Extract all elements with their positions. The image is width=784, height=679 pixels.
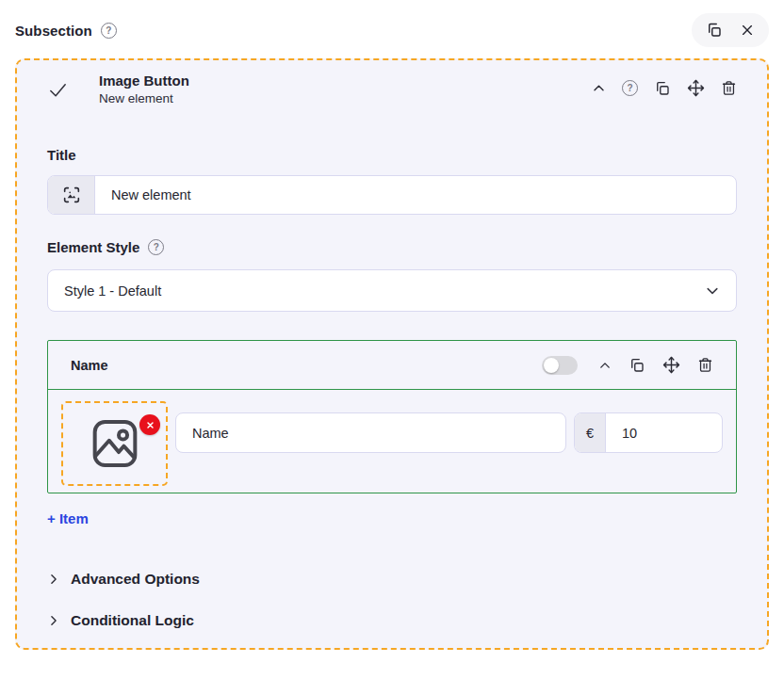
- element-name-subtitle: New element: [99, 91, 189, 105]
- element-help-button[interactable]: ?: [622, 80, 638, 96]
- trash-icon: [721, 80, 737, 96]
- chevron-down-icon: [705, 283, 720, 299]
- image-placeholder-icon: [85, 413, 145, 474]
- element-style-selected-value: Style 1 - Default: [64, 283, 161, 299]
- conditional-logic-label: Conditional Logic: [71, 612, 194, 629]
- trash-icon: [697, 357, 713, 373]
- delete-item-button[interactable]: [697, 357, 713, 373]
- item-toggle[interactable]: [542, 356, 578, 375]
- chevron-up-icon: [592, 81, 606, 95]
- element-card: Image Button New element ? Title: [15, 58, 769, 650]
- duplicate-element-button[interactable]: [654, 80, 671, 97]
- element-style-label: Element Style: [47, 239, 139, 255]
- advanced-options-row[interactable]: Advanced Options: [47, 571, 737, 588]
- move-item-button[interactable]: [662, 356, 680, 374]
- item-name-input[interactable]: [176, 413, 565, 452]
- item-name-input-group: [175, 412, 566, 453]
- item-group-header: Name: [48, 341, 736, 390]
- duplicate-subsection-button[interactable]: [706, 22, 723, 39]
- element-style-label-row: Element Style ?: [47, 239, 737, 255]
- top-bar: Subsection ?: [0, 0, 784, 57]
- item-group: Name: [47, 340, 737, 493]
- advanced-options-label: Advanced Options: [71, 571, 200, 588]
- help-icon: ?: [622, 80, 638, 96]
- chevron-up-icon: [598, 359, 612, 372]
- title-input[interactable]: [95, 176, 736, 214]
- element-header-actions: ?: [592, 79, 737, 97]
- copy-icon: [654, 80, 671, 97]
- close-button[interactable]: [740, 23, 755, 38]
- move-icon: [662, 356, 680, 374]
- item-price-input[interactable]: [606, 413, 723, 452]
- title-input-group: [47, 175, 737, 215]
- top-bar-title-group: Subsection ?: [15, 23, 117, 39]
- title-label: Title: [47, 147, 737, 163]
- element-style-select[interactable]: Style 1 - Default: [47, 269, 737, 312]
- element-card-header: Image Button New element ?: [47, 73, 737, 105]
- collapse-element-button[interactable]: [592, 81, 606, 95]
- remove-image-button[interactable]: [139, 414, 160, 435]
- move-element-button[interactable]: [687, 79, 705, 97]
- chevron-right-icon: [47, 614, 60, 627]
- copy-icon: [629, 357, 645, 374]
- toggle-knob: [544, 358, 559, 373]
- add-item-button[interactable]: + Item: [47, 510, 89, 526]
- item-group-title: Name: [71, 358, 108, 373]
- duplicate-item-button[interactable]: [629, 357, 645, 374]
- item-group-controls: [542, 356, 713, 375]
- help-icon[interactable]: ?: [148, 239, 164, 255]
- close-icon: [740, 23, 755, 38]
- item-image-upload[interactable]: [61, 401, 168, 486]
- item-row: €: [48, 390, 736, 493]
- element-header-titles: Image Button New element: [99, 73, 189, 105]
- conditional-logic-row[interactable]: Conditional Logic: [47, 612, 737, 629]
- checkmark-icon: [47, 79, 70, 101]
- copy-icon: [706, 22, 723, 39]
- x-icon: [146, 421, 155, 429]
- collapse-item-button[interactable]: [598, 359, 612, 372]
- delete-element-button[interactable]: [721, 80, 737, 96]
- currency-symbol: €: [575, 413, 606, 452]
- element-type-title: Image Button: [99, 73, 189, 89]
- move-icon: [687, 79, 705, 97]
- page-title: Subsection: [15, 23, 92, 39]
- chevron-right-icon: [47, 573, 60, 586]
- top-bar-actions: [692, 13, 769, 47]
- help-icon[interactable]: ?: [101, 23, 117, 39]
- item-price-input-group: €: [574, 412, 723, 453]
- image-frame-icon: [48, 176, 95, 214]
